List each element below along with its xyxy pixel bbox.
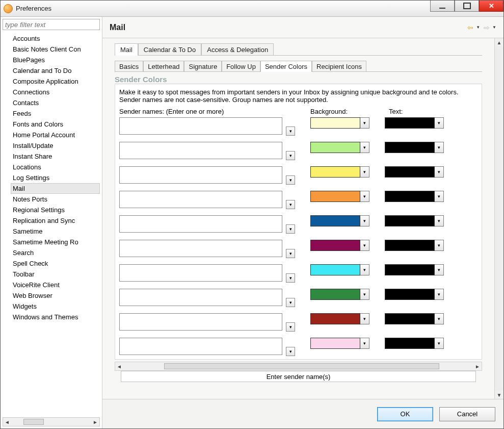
maximize-button[interactable] [455,1,479,12]
sidebar-item-bluepages[interactable]: BluePages [11,55,100,65]
sidebar-item-windows-and-themes[interactable]: Windows and Themes [11,312,100,322]
chevron-down-icon[interactable]: ▾ [360,264,369,275]
nav-forward-icon[interactable]: ⇨ [482,23,491,32]
sender-dropdown-icon[interactable]: ▾ [286,298,295,307]
filter-input[interactable] [3,19,100,30]
nav-back-menu-icon[interactable]: ▼ [476,25,480,30]
sidebar-item-spell-check[interactable]: Spell Check [11,258,100,269]
sender-input[interactable] [119,240,282,257]
chevron-down-icon[interactable]: ▾ [360,215,369,226]
sender-dropdown-icon[interactable]: ▾ [286,347,295,356]
background-color-picker[interactable]: ▾ [310,215,369,226]
sender-dropdown-icon[interactable]: ▾ [286,322,295,332]
sidebar-item-locations[interactable]: Locations [11,162,100,172]
sidebar-item-notes-ports[interactable]: Notes Ports [11,194,100,205]
sidebar-hscrollbar[interactable]: ◄ ► [3,417,100,426]
sidebar-item-voicerite-client[interactable]: VoiceRite Client [11,280,100,290]
subtab-recipient-icons[interactable]: Recipient Icons [312,61,366,72]
scroll-thumb[interactable] [23,419,44,425]
text-color-picker[interactable]: ▾ [385,215,444,226]
scroll-track[interactable] [495,46,503,391]
sidebar-item-widgets[interactable]: Widgets [11,301,100,312]
sidebar-item-composite-application[interactable]: Composite Application [11,76,100,87]
scroll-down-icon[interactable]: ▼ [495,391,503,399]
background-color-picker[interactable]: ▾ [310,117,369,129]
chevron-down-icon[interactable]: ▾ [435,264,444,275]
text-color-picker[interactable]: ▾ [385,166,444,178]
sidebar-item-feeds[interactable]: Feeds [11,108,100,119]
chevron-down-icon[interactable]: ▾ [360,289,369,300]
minimize-button[interactable] [430,1,455,12]
scroll-right-icon[interactable]: ► [473,364,482,369]
subtab-basics[interactable]: Basics [115,61,143,72]
background-color-picker[interactable]: ▾ [310,240,369,251]
sender-dropdown-icon[interactable]: ▾ [286,175,295,185]
scroll-thumb[interactable] [164,363,439,369]
chevron-down-icon[interactable]: ▾ [360,191,369,202]
text-color-picker[interactable]: ▾ [385,240,444,251]
tab-access-delegation[interactable]: Access & Delegation [201,43,274,56]
scroll-track[interactable] [123,362,473,370]
text-color-picker[interactable]: ▾ [385,142,444,153]
sidebar-item-fonts-and-colors[interactable]: Fonts and Colors [11,119,100,130]
sidebar-item-connections[interactable]: Connections [11,87,100,97]
sender-dropdown-icon[interactable]: ▾ [286,273,295,283]
text-color-picker[interactable]: ▾ [385,117,444,129]
nav-forward-menu-icon[interactable]: ▼ [492,25,496,30]
content-vscrollbar[interactable]: ▲ ▼ [494,38,503,399]
sidebar-item-instant-share[interactable]: Instant Share [11,151,100,162]
subtab-letterhead[interactable]: Letterhead [143,61,184,72]
chevron-down-icon[interactable]: ▾ [435,338,444,349]
scroll-left-icon[interactable]: ◄ [115,364,123,369]
chevron-down-icon[interactable]: ▾ [360,313,369,324]
sidebar-item-calendar-and-to-do[interactable]: Calendar and To Do [11,65,100,76]
subtab-sender-colors[interactable]: Sender Colors [260,61,312,72]
sidebar-item-accounts[interactable]: Accounts [11,33,100,44]
sidebar-item-mail[interactable]: Mail [11,183,100,194]
text-color-picker[interactable]: ▾ [385,338,444,349]
sender-input[interactable] [119,117,282,135]
chevron-down-icon[interactable]: ▾ [360,338,369,349]
sender-dropdown-icon[interactable]: ▾ [286,151,295,160]
sidebar-item-web-browser[interactable]: Web Browser [11,290,100,301]
sidebar-item-contacts[interactable]: Contacts [11,97,100,108]
chevron-down-icon[interactable]: ▾ [435,191,444,202]
chevron-down-icon[interactable]: ▾ [360,117,369,129]
chevron-down-icon[interactable]: ▾ [435,166,444,178]
sender-dropdown-icon[interactable]: ▾ [286,249,295,258]
chevron-down-icon[interactable]: ▾ [360,240,369,251]
background-color-picker[interactable]: ▾ [310,289,369,300]
sidebar-item-install-update[interactable]: Install/Update [11,140,100,151]
sender-dropdown-icon[interactable]: ▾ [286,127,295,136]
sidebar-item-search[interactable]: Search [11,247,100,258]
background-color-picker[interactable]: ▾ [310,313,369,324]
tab-calendar-to-do[interactable]: Calendar & To Do [138,43,201,56]
chevron-down-icon[interactable]: ▾ [435,215,444,226]
sidebar-item-toolbar[interactable]: Toolbar [11,269,100,280]
sidebar-item-log-settings[interactable]: Log Settings [11,172,100,183]
sidebar-item-sametime[interactable]: Sametime [11,226,100,237]
background-color-picker[interactable]: ▾ [310,166,369,178]
text-color-picker[interactable]: ▾ [385,289,444,300]
close-button[interactable] [479,1,503,12]
sender-input[interactable] [119,338,282,355]
background-color-picker[interactable]: ▾ [310,191,369,202]
sender-input[interactable] [119,191,282,208]
sidebar-item-replication-and-sync[interactable]: Replication and Sync [11,215,100,226]
sidebar-item-sametime-meeting-ro[interactable]: Sametime Meeting Ro [11,237,100,247]
background-color-picker[interactable]: ▾ [310,142,369,153]
sidebar-item-regional-settings[interactable]: Regional Settings [11,205,100,215]
scroll-left-icon[interactable]: ◄ [3,419,11,425]
chevron-down-icon[interactable]: ▾ [435,117,444,129]
scroll-right-icon[interactable]: ► [91,419,99,425]
chevron-down-icon[interactable]: ▾ [360,142,369,153]
scroll-up-icon[interactable]: ▲ [495,38,503,46]
nav-back-icon[interactable]: ⇦ [466,23,475,32]
tab-mail[interactable]: Mail [115,43,138,56]
chevron-down-icon[interactable]: ▾ [435,240,444,251]
chevron-down-icon[interactable]: ▾ [435,289,444,300]
text-color-picker[interactable]: ▾ [385,191,444,202]
chevron-down-icon[interactable]: ▾ [435,313,444,324]
sender-dropdown-icon[interactable]: ▾ [286,224,295,234]
sidebar-item-home-portal-account[interactable]: Home Portal Account [11,130,100,140]
